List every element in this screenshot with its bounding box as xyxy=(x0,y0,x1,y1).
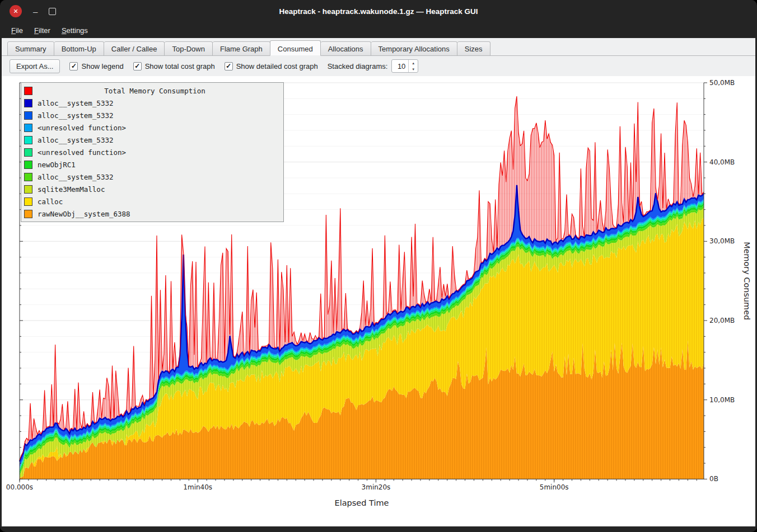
tab-flame-graph[interactable]: Flame Graph xyxy=(213,41,270,56)
svg-text:5min00s: 5min00s xyxy=(540,483,569,491)
close-button[interactable]: ✕ xyxy=(10,5,22,17)
legend-swatch xyxy=(24,136,32,144)
legend-swatch xyxy=(24,124,32,132)
svg-text:20,0MB: 20,0MB xyxy=(709,317,735,324)
legend-item: alloc__system_5332 xyxy=(24,171,281,183)
legend-item-label: alloc__system_5332 xyxy=(38,173,113,181)
checkbox-label: Show legend xyxy=(81,62,123,70)
menu-bar: File Filter Settings xyxy=(2,22,755,38)
tab-bottom-up[interactable]: Bottom-Up xyxy=(54,41,104,56)
legend-swatch xyxy=(24,185,32,194)
legend-item: <unresolved function> xyxy=(24,146,281,158)
app-window: ✕ – Heaptrack - heaptrack.wakunode.1.gz … xyxy=(0,0,757,532)
svg-text:30,0MB: 30,0MB xyxy=(709,237,735,245)
svg-text:10,0MB: 10,0MB xyxy=(709,396,735,404)
export-as-button[interactable]: Export As... xyxy=(10,59,60,73)
tab-bar: Summary Bottom-Up Caller / Callee Top-Do… xyxy=(2,38,755,56)
legend: Total Memory Consumption alloc__system_5… xyxy=(21,82,284,222)
legend-title-row: Total Memory Consumption xyxy=(24,84,281,97)
spinbox-buttons: ▲ ▼ xyxy=(408,60,418,72)
close-icon: ✕ xyxy=(13,8,18,15)
legend-item-label: calloc xyxy=(38,197,63,206)
legend-item-label: sqlite3MemMalloc xyxy=(38,185,105,194)
legend-swatch xyxy=(24,197,32,206)
legend-swatch xyxy=(24,210,32,218)
checkbox-label: Show detailed cost graph xyxy=(236,62,318,70)
legend-items: alloc__system_5332alloc__system_5332<unr… xyxy=(24,97,281,220)
show-detailed-cost-checkbox[interactable]: ✓ Show detailed cost graph xyxy=(225,62,318,70)
tab-temporary-allocations[interactable]: Temporary Allocations xyxy=(371,41,457,56)
legend-title: Total Memory Consumption xyxy=(38,87,272,95)
legend-item: alloc__system_5332 xyxy=(24,109,281,121)
legend-item: <unresolved function> xyxy=(24,121,281,134)
legend-item-label: alloc__system_5332 xyxy=(38,136,113,144)
checkbox-checked-icon: ✓ xyxy=(69,62,78,70)
spinner-up-icon: ▲ xyxy=(412,62,415,65)
tab-sizes[interactable]: Sizes xyxy=(457,41,490,56)
legend-item-label: alloc__system_5332 xyxy=(38,99,113,107)
svg-text:Memory Consumed: Memory Consumed xyxy=(742,242,751,320)
main-content: Summary Bottom-Up Caller / Callee Top-Do… xyxy=(2,38,755,526)
legend-item-label: rawNewObj__system_6388 xyxy=(38,210,130,218)
legend-swatch xyxy=(24,99,32,107)
spinner-down-icon: ▼ xyxy=(412,68,415,71)
tab-summary[interactable]: Summary xyxy=(7,41,54,56)
checkbox-checked-icon: ✓ xyxy=(133,62,142,70)
legend-swatch xyxy=(24,111,32,120)
show-legend-checkbox[interactable]: ✓ Show legend xyxy=(69,62,123,70)
checkbox-checked-icon: ✓ xyxy=(225,62,233,70)
title-bar: ✕ – Heaptrack - heaptrack.wakunode.1.gz … xyxy=(2,0,755,22)
legend-swatch xyxy=(24,161,32,169)
chart-toolbar: Export As... ✓ Show legend ✓ Show total … xyxy=(2,56,755,76)
legend-item: calloc xyxy=(24,195,281,208)
svg-text:00.000s: 00.000s xyxy=(6,483,33,491)
menu-filter[interactable]: Filter xyxy=(29,24,55,37)
legend-swatch xyxy=(24,87,32,95)
legend-item-label: <unresolved function> xyxy=(38,148,126,157)
legend-item: newObjRC1 xyxy=(24,158,281,171)
legend-item-label: <unresolved function> xyxy=(38,124,126,132)
svg-text:1min40s: 1min40s xyxy=(183,483,212,491)
menu-file[interactable]: File xyxy=(6,24,28,37)
minimize-icon: – xyxy=(33,7,38,16)
menu-settings[interactable]: Settings xyxy=(57,24,93,37)
legend-item: sqlite3MemMalloc xyxy=(24,183,281,195)
svg-text:50,0MB: 50,0MB xyxy=(709,79,735,87)
legend-swatch xyxy=(24,173,32,181)
tab-consumed[interactable]: Consumed xyxy=(270,40,321,56)
checkbox-label: Show total cost graph xyxy=(145,62,215,70)
stacked-diagrams-spinbox[interactable]: 10 ▲ ▼ xyxy=(391,59,418,73)
legend-item: alloc__system_5332 xyxy=(24,134,281,146)
chart-canvas[interactable]: 00.000s1min40s3min20s5min00s0B10,0MB20,0… xyxy=(2,76,755,526)
tab-caller-callee[interactable]: Caller / Callee xyxy=(104,41,165,56)
window-title: Heaptrack - heaptrack.wakunode.1.gz — He… xyxy=(2,7,755,16)
legend-item: alloc__system_5332 xyxy=(24,97,281,109)
stacked-diagrams-label: Stacked diagrams: xyxy=(328,62,388,70)
legend-item: rawNewObj__system_6388 xyxy=(24,208,281,220)
minimize-button[interactable]: – xyxy=(33,7,38,16)
legend-item-label: alloc__system_5332 xyxy=(38,111,113,120)
legend-item-label: newObjRC1 xyxy=(38,161,76,169)
show-total-cost-checkbox[interactable]: ✓ Show total cost graph xyxy=(133,62,215,70)
svg-text:0B: 0B xyxy=(709,475,718,483)
spinner-up-button[interactable]: ▲ xyxy=(409,60,418,66)
tab-top-down[interactable]: Top-Down xyxy=(165,41,213,56)
svg-text:3min20s: 3min20s xyxy=(362,483,391,491)
maximize-button[interactable] xyxy=(49,8,56,15)
window-controls: ✕ – xyxy=(10,5,56,17)
spinner-down-button[interactable]: ▼ xyxy=(409,66,418,72)
tab-allocations[interactable]: Allocations xyxy=(321,41,371,56)
legend-swatch xyxy=(24,148,32,157)
spinbox-value[interactable]: 10 xyxy=(392,60,408,72)
svg-text:40,0MB: 40,0MB xyxy=(709,158,735,166)
svg-text:Elapsed Time: Elapsed Time xyxy=(335,498,389,507)
